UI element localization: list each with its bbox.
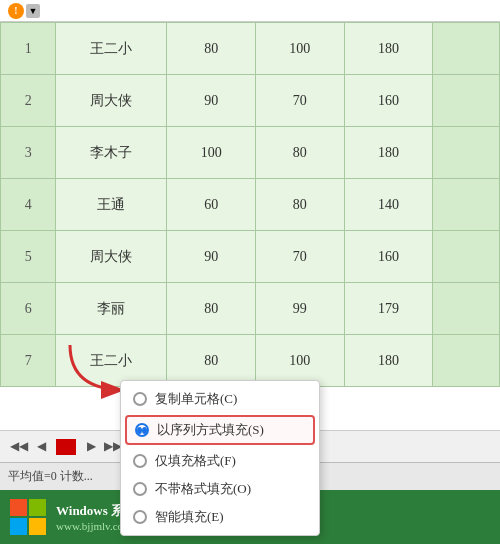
radio-smart-fill [133, 510, 147, 524]
row-score1[interactable]: 60 [167, 179, 256, 231]
row-num[interactable]: 6 [1, 283, 56, 335]
svg-rect-4 [29, 518, 46, 535]
menu-label-fill-no-format: 不带格式填充(O) [155, 480, 251, 498]
row-extra[interactable] [433, 335, 500, 387]
row-score2[interactable]: 99 [256, 283, 345, 335]
radio-fill-no-format [133, 482, 147, 496]
row-num[interactable]: 4 [1, 179, 56, 231]
context-menu-item-copy-cell[interactable]: 复制单元格(C) [121, 385, 319, 413]
row-total[interactable]: 180 [344, 127, 433, 179]
warning-bar: ! ▼ [0, 0, 500, 22]
status-text: 平均值=0 计数... [8, 468, 93, 485]
menu-label-fill-series: 以序列方式填充(S) [157, 421, 264, 439]
row-total[interactable]: 160 [344, 75, 433, 127]
table-row: 7王二小80100180 [1, 335, 500, 387]
row-total[interactable]: 179 [344, 283, 433, 335]
menu-label-copy-cell: 复制单元格(C) [155, 390, 237, 408]
row-name[interactable]: 王二小 [56, 23, 167, 75]
row-score2[interactable]: 80 [256, 179, 345, 231]
windows-logo [8, 497, 48, 537]
dropdown-button[interactable]: ▼ [26, 4, 40, 18]
radio-fill-format [133, 454, 147, 468]
nav-first-button[interactable]: ◀◀ [9, 437, 29, 457]
context-menu-item-fill-no-format[interactable]: 不带格式填充(O) [121, 475, 319, 503]
row-score2[interactable]: 100 [256, 335, 345, 387]
row-num[interactable]: 7 [1, 335, 56, 387]
row-num[interactable]: 2 [1, 75, 56, 127]
row-score1[interactable]: 80 [167, 335, 256, 387]
row-name[interactable]: 王二小 [56, 335, 167, 387]
svg-rect-2 [29, 499, 46, 516]
scroll-thumb[interactable] [56, 439, 76, 455]
row-name[interactable]: 李木子 [56, 127, 167, 179]
row-score2[interactable]: 70 [256, 231, 345, 283]
table-row: 3李木子10080180 [1, 127, 500, 179]
row-extra[interactable] [433, 23, 500, 75]
row-score1[interactable]: 80 [167, 23, 256, 75]
row-extra[interactable] [433, 231, 500, 283]
row-score2[interactable]: 100 [256, 23, 345, 75]
row-extra[interactable] [433, 283, 500, 335]
menu-label-smart-fill: 智能填充(E) [155, 508, 224, 526]
context-menu-item-smart-fill[interactable]: 智能填充(E) [121, 503, 319, 531]
data-table: 1王二小801001802周大侠90701603李木子100801804王通60… [0, 22, 500, 387]
row-total[interactable]: 180 [344, 23, 433, 75]
row-num[interactable]: 3 [1, 127, 56, 179]
svg-rect-1 [10, 499, 27, 516]
row-score2[interactable]: 80 [256, 127, 345, 179]
table-row: 2周大侠9070160 [1, 75, 500, 127]
row-name[interactable]: 王通 [56, 179, 167, 231]
radio-copy-cell [133, 392, 147, 406]
row-name[interactable]: 周大侠 [56, 231, 167, 283]
row-name[interactable]: 周大侠 [56, 75, 167, 127]
row-score1[interactable]: 90 [167, 75, 256, 127]
row-score1[interactable]: 80 [167, 283, 256, 335]
context-menu-item-fill-series[interactable]: 以序列方式填充(S) [125, 415, 315, 445]
nav-next-button[interactable]: ▶ [81, 437, 101, 457]
row-extra[interactable] [433, 75, 500, 127]
table-row: 4王通6080140 [1, 179, 500, 231]
context-menu: 复制单元格(C)以序列方式填充(S)仅填充格式(F)不带格式填充(O)智能填充(… [120, 380, 320, 536]
row-extra[interactable] [433, 127, 500, 179]
table-row: 1王二小80100180 [1, 23, 500, 75]
row-name[interactable]: 李丽 [56, 283, 167, 335]
row-total[interactable]: 140 [344, 179, 433, 231]
row-extra[interactable] [433, 179, 500, 231]
row-total[interactable]: 180 [344, 335, 433, 387]
table-row: 6李丽8099179 [1, 283, 500, 335]
row-total[interactable]: 160 [344, 231, 433, 283]
row-num[interactable]: 5 [1, 231, 56, 283]
row-num[interactable]: 1 [1, 23, 56, 75]
row-score1[interactable]: 100 [167, 127, 256, 179]
context-menu-item-fill-format[interactable]: 仅填充格式(F) [121, 447, 319, 475]
nav-prev-button[interactable]: ◀ [31, 437, 51, 457]
row-score1[interactable]: 90 [167, 231, 256, 283]
radio-fill-series [135, 423, 149, 437]
svg-rect-3 [10, 518, 27, 535]
warning-icon: ! [8, 3, 24, 19]
menu-label-fill-format: 仅填充格式(F) [155, 452, 236, 470]
row-score2[interactable]: 70 [256, 75, 345, 127]
table-row: 5周大侠9070160 [1, 231, 500, 283]
